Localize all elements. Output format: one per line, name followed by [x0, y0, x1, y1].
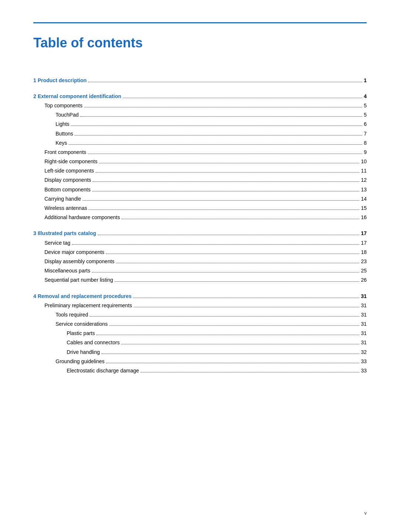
toc-entry[interactable]: Wireless antennas15 [33, 204, 367, 213]
toc-page-number: 33 [361, 366, 367, 375]
toc-entry[interactable]: Drive handling32 [33, 348, 367, 357]
toc-dots [96, 335, 359, 335]
toc-entry-text: TouchPad [56, 110, 79, 120]
toc-page-number: 32 [361, 348, 367, 357]
toc-entry[interactable]: Miscellaneous parts25 [33, 266, 367, 275]
toc-dots [71, 126, 362, 126]
toc-page-number: 1 [364, 76, 367, 85]
toc-dots [92, 272, 360, 272]
toc-section: 1 Product description12 External compone… [33, 76, 367, 376]
toc-entry-text: Drive handling [67, 348, 100, 357]
toc-page-number: 31 [361, 338, 367, 347]
toc-entry[interactable]: Keys8 [33, 138, 367, 148]
toc-entry-text: Device major components [44, 248, 104, 257]
toc-dots [123, 98, 362, 98]
toc-page-number: 9 [364, 148, 367, 157]
toc-entry[interactable]: Left-side components11 [33, 166, 367, 175]
toc-dots [121, 344, 359, 344]
toc-entry[interactable]: Preliminary replacement requirements31 [33, 301, 367, 310]
toc-entry[interactable]: Lights6 [33, 120, 367, 129]
toc-entry-text: Front components [44, 148, 86, 157]
toc-dots [109, 325, 360, 326]
top-border [33, 22, 367, 23]
toc-dots [106, 363, 359, 363]
toc-entry-text: 4 Removal and replacement procedures [33, 292, 131, 301]
toc-page-number: 31 [361, 319, 367, 329]
toc-entry-text: Cables and connectors [67, 338, 120, 347]
toc-entry[interactable]: Tools required31 [33, 310, 367, 319]
toc-entry-text: Display assembly components [44, 257, 114, 266]
toc-dots [134, 307, 360, 307]
toc-page-number: 25 [361, 266, 367, 275]
toc-dots [89, 210, 359, 210]
toc-page-number: 16 [361, 213, 367, 222]
toc-entry[interactable]: Top components5 [33, 101, 367, 110]
toc-entry[interactable]: Plastic parts31 [33, 329, 367, 338]
toc-dots [83, 200, 360, 201]
toc-dots [98, 235, 360, 235]
toc-page-number: 12 [361, 175, 367, 185]
toc-entry[interactable]: Display components12 [33, 175, 367, 185]
toc-page-number: 17 [361, 229, 367, 238]
toc-page-number: 17 [361, 238, 367, 248]
toc-page-number: 5 [364, 110, 367, 120]
toc-entry-text: Service considerations [56, 319, 108, 329]
toc-entry-text: Keys [56, 138, 67, 148]
toc-entry[interactable]: Front components9 [33, 148, 367, 157]
toc-entry[interactable]: TouchPad5 [33, 110, 367, 120]
toc-page-number: 13 [361, 185, 367, 194]
toc-entry[interactable]: Buttons7 [33, 129, 367, 138]
toc-page-number: 14 [361, 194, 367, 204]
toc-page-number: 18 [361, 248, 367, 257]
toc-page-number: 5 [364, 101, 367, 110]
toc-entry[interactable]: Grounding guidelines33 [33, 357, 367, 366]
toc-page-number: 31 [361, 301, 367, 310]
toc-entry-text: 1 Product description [33, 76, 87, 85]
toc-entry[interactable]: 1 Product description1 [33, 76, 367, 85]
toc-entry[interactable]: 4 Removal and replacement procedures31 [33, 292, 367, 301]
toc-entry[interactable]: Bottom components13 [33, 185, 367, 194]
toc-dots [72, 244, 359, 245]
toc-entry[interactable]: 3 Illustrated parts catalog17 [33, 229, 367, 238]
toc-entry-text: Lights [56, 120, 69, 129]
toc-entry[interactable]: Service considerations31 [33, 319, 367, 329]
toc-page-number: 31 [361, 292, 367, 301]
toc-page-number: 6 [364, 120, 367, 129]
toc-entry[interactable]: Additional hardware components16 [33, 213, 367, 222]
toc-entry[interactable]: Device major components18 [33, 248, 367, 257]
toc-dots [116, 263, 359, 263]
page-title: Table of contents [33, 32, 367, 54]
toc-page-number: 31 [361, 329, 367, 338]
toc-entry[interactable]: 2 External component identification4 [33, 92, 367, 101]
toc-page-number: 8 [364, 138, 367, 148]
footer-page-number: v [364, 510, 367, 516]
toc-entry-text: Additional hardware components [44, 213, 120, 222]
toc-page-number: 10 [361, 157, 367, 166]
toc-entry[interactable]: Carrying handle14 [33, 194, 367, 204]
toc-dots [74, 135, 362, 135]
toc-entry-text: Preliminary replacement requirements [44, 301, 132, 310]
toc-dots [80, 116, 362, 117]
toc-dots [92, 191, 360, 191]
toc-entry[interactable]: Sequential part number listing26 [33, 275, 367, 285]
toc-entry[interactable]: Cables and connectors31 [33, 338, 367, 347]
toc-entry-text: Miscellaneous parts [44, 266, 90, 275]
toc-dots [99, 163, 359, 163]
toc-dots [88, 154, 362, 154]
toc-entry[interactable]: Service tag17 [33, 238, 367, 248]
toc-entry[interactable]: Electrostatic discharge damage33 [33, 366, 367, 375]
toc-dots [106, 254, 360, 254]
toc-dots [84, 107, 362, 107]
toc-entry-text: Left-side components [44, 166, 94, 175]
toc-entry-text: 3 Illustrated parts catalog [33, 229, 96, 238]
toc-page-number: 15 [361, 204, 367, 213]
toc-entry-text: 2 External component identification [33, 92, 121, 101]
toc-entry-text: Carrying handle [44, 194, 81, 204]
toc-page-number: 4 [364, 92, 367, 101]
toc-page-number: 7 [364, 129, 367, 138]
toc-entry-text: Display components [44, 175, 91, 185]
toc-entry-text: Electrostatic discharge damage [67, 366, 139, 375]
toc-entry[interactable]: Right-side components10 [33, 157, 367, 166]
toc-entry-text: Buttons [56, 129, 73, 138]
toc-entry[interactable]: Display assembly components23 [33, 257, 367, 266]
